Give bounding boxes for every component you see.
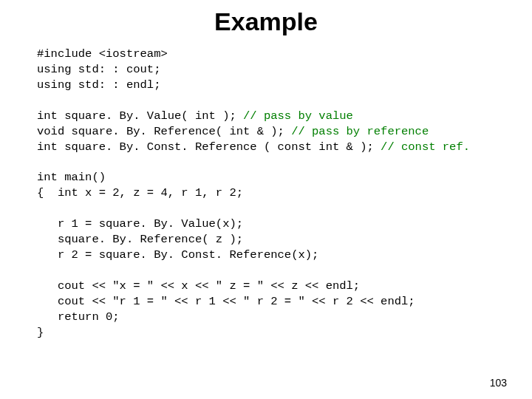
code-line: cout << "r 1 = " << r 1 << " r 2 = " << … [37, 295, 415, 308]
code-line: r 2 = square. By. Const. Reference(x); [37, 248, 318, 262]
code-line: int square. By. Value( int ); [37, 109, 243, 123]
code-line: cout << "x = " << x << " z = " << z << e… [37, 279, 360, 293]
code-line: #include <iostream> [37, 47, 168, 61]
code-line: { int x = 2, z = 4, r 1, r 2; [37, 186, 243, 200]
code-line: square. By. Reference( z ); [37, 233, 243, 246]
code-comment: // pass by value [243, 109, 353, 123]
code-line: void square. By. Reference( int & ); [37, 125, 291, 138]
slide-title: Example [37, 7, 495, 36]
page-number: 103 [490, 377, 507, 389]
code-line: int main() [37, 171, 106, 184]
code-line: using std: : cout; [37, 63, 160, 76]
code-line: return 0; [37, 310, 120, 324]
code-block: #include <iostream> using std: : cout; u… [37, 47, 495, 341]
code-line: } [37, 326, 44, 339]
code-line: int square. By. Const. Reference ( const… [37, 140, 381, 154]
code-line: using std: : endl; [37, 78, 160, 92]
slide: Example #include <iostream> using std: :… [0, 0, 532, 399]
code-line: r 1 = square. By. Value(x); [37, 217, 243, 231]
code-comment: // const ref. [381, 140, 470, 154]
code-comment: // pass by reference [291, 125, 429, 138]
